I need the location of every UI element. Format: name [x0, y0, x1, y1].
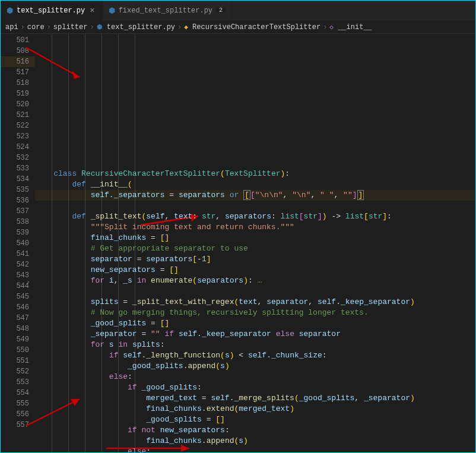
code-line[interactable]: # Get appropriate separator to use: [35, 243, 475, 254]
code-line[interactable]: else:: [35, 372, 475, 382]
line-number: 518: [1, 78, 35, 88]
breadcrumb-separator: ›: [323, 23, 327, 31]
breadcrumb-item[interactable]: core: [27, 23, 45, 31]
code-line[interactable]: final_chunks.extend(merged_text): [35, 404, 475, 414]
breadcrumb-label: api: [5, 23, 18, 31]
line-number: 555: [1, 398, 35, 409]
breadcrumb[interactable]: api›core›splitter›⬢ text_splitter.py›◆ R…: [1, 21, 475, 34]
breadcrumb-item[interactable]: ◆ RecursiveCharacterTextSplitter: [184, 23, 320, 31]
line-number: 524: [1, 142, 35, 153]
cls-icon: ◆: [184, 24, 188, 31]
code-line[interactable]: # Now go merging things, recursively spl…: [35, 308, 475, 318]
line-number: 541: [1, 249, 35, 259]
svg-marker-0: [72, 71, 80, 79]
line-number: 517: [1, 67, 35, 78]
code-line[interactable]: _good_splits.append(s): [35, 361, 475, 372]
line-number: 548: [1, 324, 35, 334]
code-line[interactable]: separator = separators[-1]: [35, 254, 475, 265]
code-line[interactable]: if not new_separators:: [35, 425, 475, 436]
python-file-icon: ⬢: [7, 6, 13, 15]
line-number: 557: [1, 420, 35, 430]
code-line[interactable]: final_chunks.append(s): [35, 436, 475, 446]
code-line[interactable]: """Split incoming text and return chunks…: [35, 222, 475, 233]
line-number: 516: [1, 56, 35, 67]
line-number: 550: [1, 345, 35, 356]
breadcrumb-item[interactable]: ◇ __init__: [329, 23, 372, 31]
breadcrumb-item[interactable]: api: [5, 23, 18, 31]
line-number: 521: [1, 110, 35, 121]
editor-tabs: ⬢text_splitter.py×⬢fixed_text_splitter.p…: [1, 1, 475, 21]
line-number: 540: [1, 238, 35, 249]
modification-badge: 2: [216, 7, 226, 14]
code-line[interactable]: if _good_splits:: [35, 382, 475, 393]
line-number: 538: [1, 217, 35, 227]
code-line[interactable]: [35, 286, 475, 297]
fold-chevron-icon[interactable]: ›: [27, 277, 30, 288]
breadcrumb-item[interactable]: ⬢ text_splitter.py: [97, 23, 175, 31]
line-number: 551: [1, 356, 35, 366]
breadcrumb-separator: ›: [177, 23, 182, 31]
editor-tab[interactable]: ⬢text_splitter.py×: [1, 1, 103, 20]
code-area[interactable]: class RecursiveCharacterTextSplitter(Tex…: [35, 34, 475, 452]
code-line[interactable]: merged_text = self._merge_splits(_good_s…: [35, 393, 475, 404]
line-number: 534: [1, 174, 35, 185]
code-line[interactable]: for i, _s in enumerate(separators): …›: [35, 275, 475, 286]
breadcrumb-label: text_splitter.py: [107, 23, 175, 31]
code-line[interactable]: def _split_text(self, text: str, separat…: [35, 211, 475, 222]
tab-label: fixed_text_splitter.py: [119, 7, 212, 15]
line-number: 552: [1, 366, 35, 377]
code-line[interactable]: else:: [35, 446, 475, 453]
tab-label: text_splitter.py: [17, 7, 85, 15]
code-line[interactable]: _good_splits = []: [35, 414, 475, 425]
code-line[interactable]: class RecursiveCharacterTextSplitter(Tex…: [35, 169, 475, 179]
breadcrumb-label: __init__: [338, 23, 372, 31]
breadcrumb-label: RecursiveCharacterTextSplitter: [192, 23, 320, 31]
line-number: 520: [1, 99, 35, 110]
code-line[interactable]: _good_splits = []: [35, 318, 475, 329]
fn-icon: ◇: [329, 24, 334, 31]
code-line[interactable]: [35, 201, 475, 211]
line-number: 501: [1, 35, 35, 46]
breadcrumb-separator: ›: [21, 23, 25, 31]
py-icon: ⬢: [97, 24, 103, 31]
line-number: 537: [1, 206, 35, 217]
line-number: 522: [1, 121, 35, 131]
breadcrumb-separator: ›: [90, 23, 94, 31]
line-number-gutter: 5015085165175185195205215225235245325335…: [1, 34, 35, 452]
line-number: 508: [1, 46, 35, 56]
line-number: 545: [1, 292, 35, 302]
line-number: 546: [1, 302, 35, 313]
line-number: 519: [1, 88, 35, 99]
line-number: 532: [1, 153, 35, 163]
code-line[interactable]: new_separators = []: [35, 265, 475, 275]
line-number: 536: [1, 195, 35, 206]
line-number: 535: [1, 185, 35, 195]
editor-tab[interactable]: ⬢fixed_text_splitter.py2: [103, 1, 232, 20]
breadcrumb-separator: ›: [47, 23, 51, 31]
breadcrumb-label: splitter: [53, 23, 88, 31]
code-editor[interactable]: 5015085165175185195205215225235245325335…: [1, 34, 475, 452]
line-number: 533: [1, 163, 35, 174]
code-line[interactable]: def __init__(: [35, 179, 475, 190]
breadcrumb-item[interactable]: splitter: [53, 23, 88, 31]
line-number: 556: [1, 409, 35, 420]
line-number: 554: [1, 388, 35, 398]
breadcrumb-label: core: [27, 23, 45, 31]
line-number: 523: [1, 131, 35, 142]
line-number: 542: [1, 259, 35, 270]
line-number: 547: [1, 313, 35, 324]
line-number: 553: [1, 377, 35, 388]
code-line[interactable]: _separator = "" if self._keep_separator …: [35, 329, 475, 340]
code-line[interactable]: for s in splits:: [35, 340, 475, 350]
close-icon[interactable]: ×: [88, 6, 96, 15]
python-file-icon: ⬢: [109, 6, 115, 15]
code-line[interactable]: self._separators = separators or [["\n\n…: [35, 190, 475, 201]
line-number: 539: [1, 227, 35, 238]
line-number: 549: [1, 334, 35, 345]
code-line[interactable]: splits = _split_text_with_regex(text, se…: [35, 297, 475, 308]
code-line[interactable]: final_chunks = []: [35, 233, 475, 243]
code-line[interactable]: if self._length_function(s) < self._chun…: [35, 350, 475, 361]
